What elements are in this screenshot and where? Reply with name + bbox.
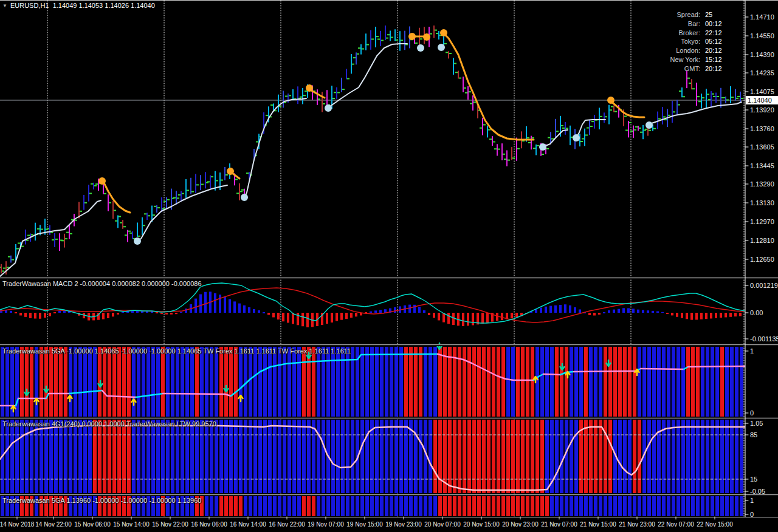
macd-tick: 0.001219 [750,282,778,289]
macd-tick: 0.00 [750,309,763,316]
fivega2-tick: 0 [750,511,754,518]
fourg1-tick: 85 [750,431,757,438]
price-tick: 1.12970 [750,218,774,225]
fivega-tick: 0 [750,409,754,417]
price-tick: 1.13605 [750,143,774,151]
macd-tick: -0.001135 [750,335,778,343]
fourg1-tick: 15 [750,476,757,483]
price-tick: 1.14075 [750,88,774,95]
price-tick: 1.14550 [750,32,774,39]
price-tick: 1.13760 [750,125,774,132]
price-tick: 1.12650 [750,256,774,263]
fourg1-tick: 1.05 [750,420,763,427]
price-tick: 1.12810 [750,237,774,244]
mt4-chart-window: ▼EURUSD,H1 1.14049 1.14053 1.14026 1.140… [0,0,778,532]
price-tick: 1.13445 [750,162,774,169]
price-tick: 1.14235 [750,69,774,77]
price-tick: 1.14710 [750,13,774,21]
price-tick: 1.14390 [750,51,774,58]
fivega-tick: 1 [750,347,754,355]
time-tick-label: 22 Nov 15:00 [689,521,740,528]
price-tick: 1.13920 [750,106,774,114]
price-tick: 1.13290 [750,180,774,188]
fourg1-tick: -0.05 [750,488,765,495]
current-price-box: 1.14040 [746,96,778,104]
chart-canvas[interactable] [0,0,778,532]
price-tick: 1.13130 [750,199,774,206]
fivega2-tick: 1 [750,497,754,504]
